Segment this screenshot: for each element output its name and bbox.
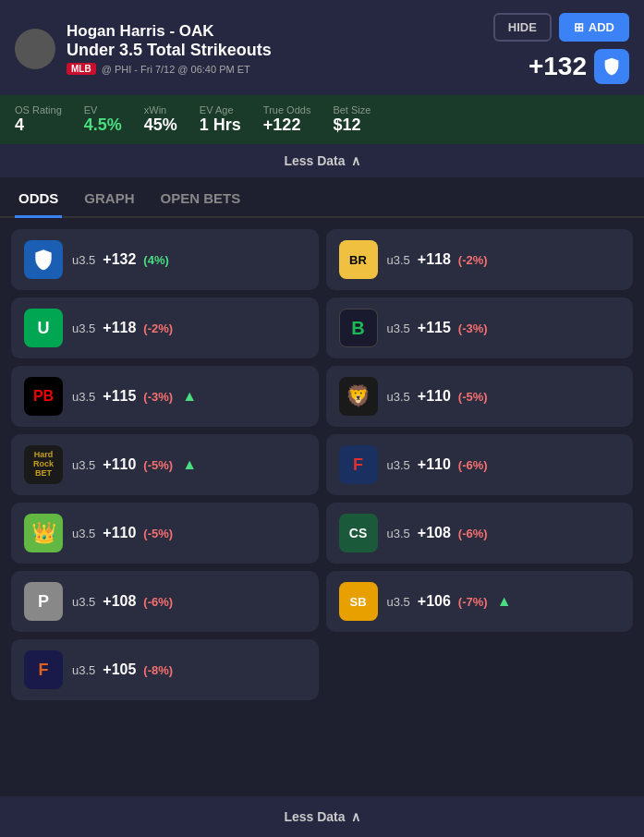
odds-line: u3.5: [72, 595, 95, 609]
stats-bar: OS Rating 4 EV 4.5% xWin 45% EV Age 1 Hr…: [0, 95, 644, 144]
odds-card-prop[interactable]: P u3.5 +108 (-6%): [11, 571, 319, 632]
odds-info-fanatics: u3.5 +110 (-6%): [387, 456, 621, 473]
odds-pct: (-5%): [143, 527, 173, 540]
odds-line: u3.5: [387, 527, 410, 540]
shield-icon: [594, 49, 629, 84]
bet-title: Under 3.5 Total Strikeouts: [67, 41, 272, 60]
odds-line: u3.5: [72, 458, 95, 472]
odds-info-cs: u3.5 +108 (-6%): [387, 525, 621, 541]
odds-info-golden: u3.5 +110 (-5%): [387, 388, 621, 405]
less-data-bottom[interactable]: Less Data ∧: [0, 796, 644, 837]
odds-num: +132: [103, 251, 136, 268]
main-odds-value: +132: [529, 52, 587, 81]
app-container: Hogan Harris - OAK Under 3.5 Total Strik…: [0, 0, 644, 837]
odds-grid: u3.5 +132 (4%) BR u3.5 +118 (-2%) U u3.5…: [0, 218, 644, 711]
odds-line: u3.5: [387, 595, 410, 609]
header-left: Hogan Harris - OAK Under 3.5 Total Strik…: [15, 22, 272, 75]
odds-pct: (-6%): [458, 458, 488, 472]
odds-info-betway: u3.5 +115 (-3%): [387, 320, 621, 336]
tab-open-bets[interactable]: OPEN BETS: [157, 177, 245, 218]
book-logo-golden: 🦁: [339, 377, 378, 416]
odds-pct: (-2%): [458, 253, 488, 267]
book-logo-fanatics: F: [339, 445, 378, 484]
odds-pct: (-3%): [143, 390, 173, 404]
arrow-up-icon: ▲: [182, 456, 197, 473]
chevron-up-icon: ∧: [351, 153, 360, 168]
add-icon: ⊞: [574, 20, 584, 34]
avatar: [15, 29, 55, 69]
odds-num: +118: [418, 251, 451, 268]
xwin-label: xWin: [144, 104, 166, 115]
arrow-up-icon: ▲: [497, 593, 512, 610]
odds-info-draftkings: u3.5 +110 (-5%): [72, 525, 306, 541]
odds-pct: (-8%): [143, 663, 173, 677]
odds-pct: (4%): [143, 253, 168, 267]
odds-card-cs[interactable]: CS u3.5 +108 (-6%): [326, 503, 634, 564]
xwin-value: 45%: [144, 115, 177, 135]
odds-card-sb[interactable]: SB u3.5 +106 (-7%) ▲: [326, 571, 634, 632]
tab-odds[interactable]: ODDS: [15, 177, 62, 218]
stat-bet-size: Bet Size $12: [333, 104, 393, 135]
stat-os-rating: OS Rating 4: [15, 104, 84, 135]
book-logo-ff: F: [24, 650, 63, 689]
odds-line: u3.5: [72, 321, 95, 335]
odds-card-hardrock[interactable]: Hard RockBET u3.5 +110 (-5%) ▲: [11, 434, 319, 495]
add-button[interactable]: ⊞ ADD: [559, 13, 629, 42]
odds-line: u3.5: [72, 253, 95, 267]
odds-card-draftkings[interactable]: 👑 u3.5 +110 (-5%): [11, 503, 319, 564]
ev-value: 4.5%: [84, 115, 122, 135]
stat-xwin: xWin 45%: [144, 104, 200, 135]
odds-line: u3.5: [387, 321, 410, 335]
book-logo-pickswise: [24, 240, 63, 279]
odds-num: +108: [103, 593, 136, 610]
book-logo-draftkings: 👑: [24, 514, 63, 552]
stat-ev-age: EV Age 1 Hrs: [200, 104, 263, 135]
true-odds-value: +122: [263, 115, 301, 135]
odds-card-fanatics[interactable]: F u3.5 +110 (-6%): [326, 434, 634, 495]
odds-pct: (-2%): [143, 321, 173, 335]
odds-num: +115: [103, 388, 136, 405]
hide-button[interactable]: HIDE: [493, 13, 552, 42]
odds-num: +110: [418, 388, 451, 405]
os-rating-label: OS Rating: [15, 104, 62, 115]
less-data-top[interactable]: Less Data ∧: [0, 144, 644, 177]
tab-graph[interactable]: GRAPH: [80, 177, 138, 218]
odds-info-ff: u3.5 +105 (-8%): [72, 661, 306, 678]
odds-card-br[interactable]: BR u3.5 +118 (-2%): [326, 229, 634, 290]
less-data-top-label: Less Data: [284, 153, 345, 168]
book-logo-prop: P: [24, 582, 63, 621]
ev-age-label: EV Age: [200, 104, 234, 115]
odds-card-ff[interactable]: F u3.5 +105 (-8%): [11, 639, 319, 700]
odds-card-unibet[interactable]: U u3.5 +118 (-2%): [11, 297, 319, 358]
odds-line: u3.5: [72, 390, 95, 404]
book-logo-hardrock: Hard RockBET: [24, 445, 63, 484]
odds-card-pb[interactable]: PB u3.5 +115 (-3%) ▲: [11, 366, 319, 427]
odds-num: +115: [418, 320, 451, 336]
true-odds-label: True Odds: [263, 104, 311, 115]
header-info: Hogan Harris - OAK Under 3.5 Total Strik…: [67, 22, 272, 75]
odds-num: +110: [418, 456, 451, 473]
odds-card-betway[interactable]: B u3.5 +115 (-3%): [326, 297, 634, 358]
league-badge: MLB: [67, 63, 96, 75]
less-data-bottom-label: Less Data: [284, 809, 345, 824]
bet-size-value: $12: [333, 115, 360, 135]
odds-num: +108: [418, 525, 451, 541]
odds-line: u3.5: [72, 663, 95, 677]
odds-pct: (-5%): [143, 458, 173, 472]
odds-display: +132: [529, 49, 629, 84]
odds-line: u3.5: [387, 458, 410, 472]
odds-info-unibet: u3.5 +118 (-2%): [72, 320, 306, 336]
book-logo-br: BR: [339, 240, 378, 279]
odds-info-br: u3.5 +118 (-2%): [387, 251, 621, 268]
book-logo-pb: PB: [24, 377, 63, 416]
odds-pct: (-6%): [458, 527, 488, 540]
header-right: HIDE ⊞ ADD +132: [493, 13, 629, 84]
header: Hogan Harris - OAK Under 3.5 Total Strik…: [0, 0, 644, 95]
bet-meta: MLB @ PHI - Fri 7/12 @ 06:40 PM ET: [67, 63, 272, 75]
tabs: ODDS GRAPH OPEN BETS: [0, 177, 644, 218]
odds-card-pickswise[interactable]: u3.5 +132 (4%): [11, 229, 319, 290]
odds-info-sb: u3.5 +106 (-7%) ▲: [387, 593, 621, 610]
odds-card-golden[interactable]: 🦁 u3.5 +110 (-5%): [326, 366, 634, 427]
odds-pct: (-5%): [458, 390, 488, 404]
book-logo-unibet: U: [24, 309, 63, 347]
